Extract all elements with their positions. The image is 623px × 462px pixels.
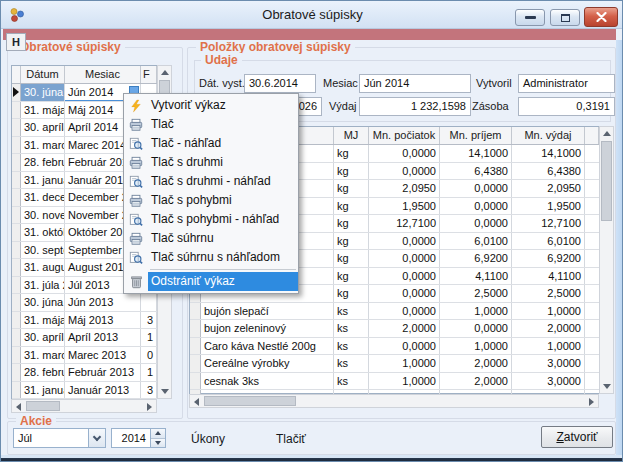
year-down-button[interactable] bbox=[151, 439, 165, 448]
menu-item[interactable]: Tlač - náhľad bbox=[124, 134, 298, 153]
cell-datum[interactable]: 31. októbra 2013 bbox=[21, 224, 65, 241]
cell-mn-prijem[interactable]: 6,9200 bbox=[440, 250, 512, 267]
table-row[interactable]: 30. apríla 2013 Apríl 2013 1 bbox=[12, 329, 157, 347]
cell-mn-pociatok[interactable]: 0,0000 bbox=[369, 285, 440, 302]
cell-mj[interactable]: kg bbox=[334, 215, 369, 232]
cell-datum[interactable]: 30. apríla 2013 bbox=[21, 329, 65, 346]
row-selector[interactable] bbox=[12, 207, 21, 224]
header-datum[interactable]: Dátum bbox=[21, 66, 65, 83]
row-selector[interactable] bbox=[12, 189, 21, 206]
scrollbar-thumb[interactable] bbox=[204, 396, 296, 406]
table-row[interactable]: cesnak 3ks ks 1,0000 2,0000 3,0000 bbox=[190, 373, 599, 391]
cell-mesiac[interactable]: Jún 2013 bbox=[65, 294, 141, 311]
cell-datum[interactable]: 31. augusta 2013 bbox=[21, 259, 65, 276]
cell-mn-pociatok[interactable]: 12,7100 bbox=[369, 215, 440, 232]
cell-mj[interactable]: kg bbox=[334, 250, 369, 267]
cell-mn-vydaj[interactable]: 6,9200 bbox=[512, 250, 585, 267]
cell-f[interactable]: 0 bbox=[141, 347, 157, 364]
cell-mesiac[interactable]: Marec 2013 bbox=[65, 347, 141, 364]
row-selector[interactable] bbox=[190, 303, 201, 320]
cell-mn-pociatok[interactable]: 0,0000 bbox=[369, 163, 440, 180]
mesiac-field[interactable]: Jún 2014 bbox=[359, 74, 471, 93]
row-selector[interactable] bbox=[12, 224, 21, 241]
cell-mj[interactable]: ks bbox=[334, 355, 369, 372]
cell-datum[interactable]: 31. marca 2014 bbox=[21, 137, 65, 154]
row-selector[interactable] bbox=[12, 242, 21, 259]
table-row[interactable]: 31. januára 2013 Január 2013 3 bbox=[12, 382, 157, 400]
scroll-down-button[interactable] bbox=[600, 380, 613, 393]
cell-mn-vydaj[interactable]: 14,1000 bbox=[512, 145, 585, 162]
zasoba-field[interactable]: 0,3191 bbox=[518, 97, 615, 116]
menu-item[interactable]: Vytvoriť výkaz bbox=[124, 96, 298, 115]
cell-mn-vydaj[interactable]: 4,1100 bbox=[512, 268, 585, 285]
table-row[interactable]: Caro káva Nestlé 200g ks 0,0000 1,0000 1… bbox=[190, 338, 599, 356]
cell-datum[interactable]: 31. mája 2014 bbox=[21, 102, 65, 119]
cell-mj[interactable]: ks bbox=[334, 338, 369, 355]
cell-nazov[interactable]: cesnak 3ks bbox=[201, 373, 334, 390]
cell-f[interactable]: 1 bbox=[141, 329, 157, 346]
header-mesiac[interactable]: Mesiac bbox=[65, 66, 141, 83]
cell-f[interactable]: 1 bbox=[141, 364, 157, 381]
cell-f[interactable]: 3 bbox=[141, 312, 157, 329]
row-selector[interactable] bbox=[12, 172, 21, 189]
cell-mn-prijem[interactable]: 0,0000 bbox=[440, 198, 512, 215]
cell-f[interactable] bbox=[141, 294, 157, 311]
cell-datum[interactable]: 31. decembra 2013 bbox=[21, 189, 65, 206]
row-selector[interactable] bbox=[190, 355, 201, 372]
row-selector[interactable] bbox=[12, 294, 21, 311]
minimize-button[interactable] bbox=[515, 9, 545, 26]
year-up-button[interactable] bbox=[151, 429, 165, 439]
ukony-button[interactable]: Úkony bbox=[191, 432, 225, 446]
table-row[interactable]: 30. júna 2013 Jún 2013 bbox=[12, 294, 157, 312]
cell-mn-vydaj[interactable]: 2,0950 bbox=[512, 180, 585, 197]
cell-datum[interactable]: 30. júna 2013 bbox=[21, 294, 65, 311]
vytvoril-field[interactable]: Administrator bbox=[518, 74, 615, 93]
menu-item[interactable]: Tlač súhrnu s náhľadom bbox=[124, 248, 298, 267]
row-selector[interactable] bbox=[12, 329, 21, 346]
cell-datum[interactable]: 30. novembra 2013 bbox=[21, 207, 65, 224]
cell-datum[interactable]: 30. apríla 2014 bbox=[21, 119, 65, 136]
cell-mn-pociatok[interactable]: 0,0000 bbox=[369, 250, 440, 267]
cell-mj[interactable]: kg bbox=[334, 198, 369, 215]
cell-mn-pociatok[interactable]: 2,0000 bbox=[369, 320, 440, 337]
cell-mn-prijem[interactable]: 0,0000 bbox=[440, 215, 512, 232]
scroll-left-button[interactable] bbox=[190, 395, 203, 408]
cell-mn-vydaj[interactable]: 6,4380 bbox=[512, 163, 585, 180]
header-mn-prijem[interactable]: Mn. príjem bbox=[440, 127, 512, 144]
cell-mn-prijem[interactable]: 14,1000 bbox=[440, 145, 512, 162]
cell-mn-pociatok[interactable]: 1,0000 bbox=[369, 355, 440, 372]
cell-nazov[interactable]: Caro káva Nestlé 200g bbox=[201, 338, 334, 355]
menu-item[interactable]: Odstrániť výkaz bbox=[124, 272, 298, 291]
header-mj[interactable]: MJ bbox=[334, 127, 369, 144]
cell-mn-vydaj[interactable]: 2,0000 bbox=[512, 320, 585, 337]
cell-mn-pociatok[interactable]: 0,0000 bbox=[369, 338, 440, 355]
row-selector[interactable] bbox=[12, 154, 21, 171]
cell-mj[interactable]: kg bbox=[334, 285, 369, 302]
cell-mn-prijem[interactable]: 2,5000 bbox=[440, 285, 512, 302]
table-row[interactable]: bujón slepačí ks 0,0000 1,0000 1,0000 bbox=[190, 303, 599, 321]
cell-mn-prijem[interactable]: 0,0000 bbox=[440, 180, 512, 197]
row-selector[interactable] bbox=[12, 382, 21, 399]
tlacit-button[interactable]: Tlačiť bbox=[276, 432, 306, 446]
cell-mj[interactable]: kg bbox=[334, 268, 369, 285]
row-selector[interactable] bbox=[190, 373, 201, 390]
cell-mn-prijem[interactable]: 1,0000 bbox=[440, 338, 512, 355]
cell-mn-prijem[interactable]: 6,4380 bbox=[440, 163, 512, 180]
menu-item[interactable]: Tlač s druhmi bbox=[124, 153, 298, 172]
table-row[interactable]: Cereálne výrobky ks 1,0000 2,0000 3,0000 bbox=[190, 355, 599, 373]
cell-mn-pociatok[interactable]: 0,0000 bbox=[369, 268, 440, 285]
row-selector[interactable] bbox=[12, 364, 21, 381]
cell-datum[interactable]: 30. septembra 2013 bbox=[21, 242, 65, 259]
table-row[interactable]: 31. marca 2013 Marec 2013 0 bbox=[12, 347, 157, 365]
row-selector[interactable] bbox=[12, 137, 21, 154]
row-selector[interactable] bbox=[12, 102, 21, 119]
maximize-button[interactable] bbox=[550, 9, 580, 26]
scrollbar-thumb[interactable] bbox=[26, 401, 60, 411]
vydaj-field[interactable]: 1 232,1598 bbox=[359, 97, 471, 116]
cell-mj[interactable]: ks bbox=[334, 303, 369, 320]
cell-f[interactable]: 3 bbox=[141, 382, 157, 399]
cell-mn-pociatok[interactable]: 0,0000 bbox=[369, 303, 440, 320]
scrollbar-thumb[interactable] bbox=[601, 141, 612, 221]
row-selector[interactable] bbox=[190, 338, 201, 355]
cell-datum[interactable]: 31. marca 2013 bbox=[21, 347, 65, 364]
